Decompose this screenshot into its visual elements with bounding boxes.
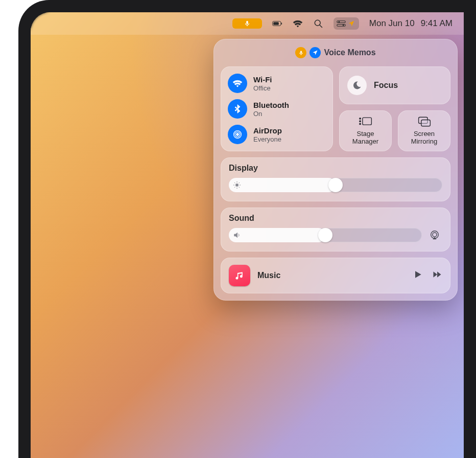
play-button[interactable] <box>413 269 423 282</box>
airdrop-status-text: Everyone <box>253 135 282 143</box>
airdrop-label: AirDrop <box>253 126 282 135</box>
svg-point-6 <box>338 21 340 22</box>
now-playing-label: Music <box>257 271 406 280</box>
display-tile: Display <box>221 157 450 201</box>
svg-point-13 <box>359 118 360 119</box>
bluetooth-toggle[interactable]: Bluetooth On <box>228 99 326 119</box>
svg-rect-7 <box>337 25 346 27</box>
battery-status[interactable] <box>272 18 282 29</box>
wifi-icon <box>228 74 247 93</box>
control-center-panel: Voice Memos Wi-Fi Office Bluetooth <box>213 39 458 301</box>
svg-line-23 <box>234 182 235 183</box>
control-center-menu[interactable] <box>334 17 359 30</box>
svg-point-15 <box>359 123 360 124</box>
brightness-icon <box>233 181 241 189</box>
forward-icon <box>432 269 442 280</box>
wifi-toggle[interactable]: Wi-Fi Office <box>228 74 326 93</box>
svg-point-8 <box>343 25 344 26</box>
desktop: Mon Jun 10 9:41 AM Voice Memos Wi-Fi Off… <box>31 12 464 458</box>
svg-rect-1 <box>273 22 279 25</box>
battery-icon <box>272 18 282 29</box>
microphone-indicator[interactable] <box>232 18 262 29</box>
volume-icon <box>233 231 241 239</box>
mic-icon <box>244 20 251 27</box>
stage-manager-toggle[interactable]: Stage Manager <box>339 110 392 151</box>
menu-time: 9:41 AM <box>421 18 453 29</box>
date-time[interactable]: Mon Jun 10 9:41 AM <box>369 18 453 29</box>
airplay-icon <box>429 230 440 241</box>
svg-line-26 <box>239 182 240 183</box>
svg-line-24 <box>239 187 240 188</box>
control-center-icon <box>337 20 346 27</box>
sound-label: Sound <box>229 214 442 223</box>
bluetooth-status-text: On <box>253 110 289 118</box>
moon-icon <box>347 76 367 95</box>
device-frame: Mon Jun 10 9:41 AM Voice Memos Wi-Fi Off… <box>18 0 476 458</box>
screen-mirroring-label: Screen Mirroring <box>411 130 437 146</box>
search-icon <box>313 18 323 29</box>
focus-toggle[interactable]: Focus <box>339 66 450 104</box>
screen-mirroring-toggle[interactable]: Screen Mirroring <box>398 110 450 151</box>
screen-mirroring-icon <box>417 116 432 127</box>
svg-rect-17 <box>421 120 430 126</box>
now-playing-tile[interactable]: Music <box>221 258 450 293</box>
music-app-icon <box>229 265 250 286</box>
wifi-status[interactable] <box>293 18 303 29</box>
menu-date: Mon Jun 10 <box>369 18 415 29</box>
active-app-header[interactable]: Voice Memos <box>221 47 450 58</box>
focus-label: Focus <box>374 81 398 90</box>
connectivity-tile: Wi-Fi Office Bluetooth On <box>221 66 333 151</box>
bluetooth-icon <box>228 99 247 119</box>
stage-manager-icon <box>359 116 373 127</box>
display-label: Display <box>229 164 442 173</box>
svg-point-9 <box>236 133 239 136</box>
svg-point-18 <box>235 184 238 186</box>
sound-tile: Sound <box>221 208 450 251</box>
airdrop-toggle[interactable]: AirDrop Everyone <box>228 125 326 144</box>
location-icon <box>347 20 356 27</box>
svg-point-14 <box>359 121 360 122</box>
active-app-label: Voice Memos <box>324 48 375 57</box>
wifi-label: Wi-Fi <box>253 75 272 84</box>
wifi-status-text: Office <box>253 84 272 92</box>
airdrop-icon <box>228 125 247 144</box>
svg-line-4 <box>320 25 322 28</box>
display-slider[interactable] <box>229 178 442 192</box>
spotlight-search[interactable] <box>313 18 323 29</box>
sound-slider[interactable] <box>229 228 422 242</box>
svg-line-25 <box>234 187 235 188</box>
mic-pill-icon <box>295 47 306 58</box>
bluetooth-label: Bluetooth <box>253 101 289 109</box>
menu-bar: Mon Jun 10 9:41 AM <box>31 12 464 35</box>
airplay-audio-button[interactable] <box>427 227 442 243</box>
svg-rect-5 <box>337 21 346 23</box>
svg-rect-12 <box>362 118 371 125</box>
stage-manager-label: Stage Manager <box>352 130 378 146</box>
svg-rect-2 <box>281 22 282 25</box>
location-pill-icon <box>310 47 321 58</box>
play-icon <box>413 269 423 280</box>
svg-point-28 <box>433 233 437 237</box>
forward-button[interactable] <box>432 269 442 282</box>
wifi-icon <box>293 18 303 29</box>
